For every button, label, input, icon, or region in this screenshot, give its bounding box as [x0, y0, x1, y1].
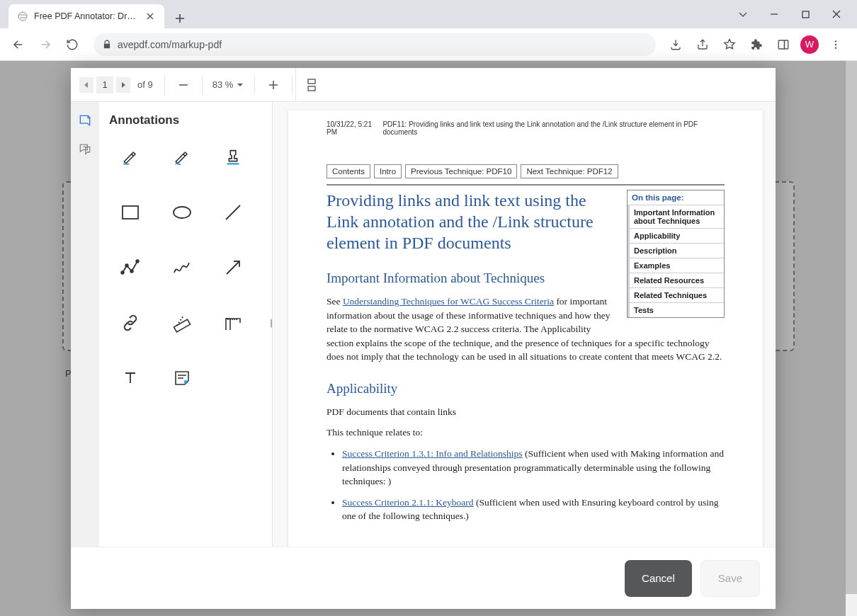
vertical-tab-rail [71, 102, 99, 547]
svg-point-10 [121, 271, 124, 274]
lock-icon [102, 40, 112, 50]
svg-rect-1 [802, 11, 809, 18]
tab-close-button[interactable] [144, 11, 156, 22]
window-controls [722, 0, 857, 28]
pdf-page: 10/31/22, 5:21 PM PDF11: Providing links… [288, 110, 763, 547]
ellipse-tool[interactable] [165, 195, 199, 229]
pdf-nav-buttons: Contents Intro Previous Technique: PDF10… [327, 164, 725, 178]
install-app-icon[interactable] [666, 35, 686, 55]
svg-point-9 [174, 207, 191, 218]
sidepanel-icon[interactable] [773, 35, 793, 55]
freehand-tool[interactable] [165, 251, 199, 285]
pdf-nav-prev: Previous Technique: PDF10 [405, 164, 517, 178]
arrow-tool[interactable] [216, 251, 250, 285]
polyline-ruler-tool[interactable] [216, 306, 250, 340]
cancel-button[interactable]: Cancel [625, 560, 692, 597]
address-bar[interactable]: avepdf.com/markup-pdf [93, 33, 656, 56]
sticky-note-tool[interactable] [165, 361, 199, 395]
svg-rect-6 [308, 79, 315, 84]
zoom-out-button[interactable] [168, 68, 199, 101]
extensions-icon[interactable] [747, 35, 766, 55]
chevron-down-icon[interactable] [735, 6, 751, 22]
svg-rect-2 [778, 40, 788, 49]
annotations-panel: Annotations ┃┃ [99, 102, 273, 547]
maximize-button[interactable] [798, 6, 813, 22]
forward-button[interactable] [34, 33, 57, 56]
stamp-tool[interactable] [216, 140, 250, 174]
pdf-relates-intro: This technique relates to: [327, 426, 725, 440]
new-tab-button[interactable] [170, 8, 190, 28]
pdf-nav-next: Next Technique: PDF12 [521, 164, 618, 178]
link-tool[interactable] [113, 306, 147, 340]
svg-rect-8 [123, 206, 138, 219]
pdf-app-para: PDF documents that contain links [327, 405, 725, 419]
svg-rect-14 [174, 319, 190, 332]
pdf-nav-intro: Intro [374, 164, 402, 178]
page-layout-button[interactable] [295, 68, 327, 101]
text-tool[interactable] [113, 361, 147, 395]
zoom-in-button[interactable] [258, 68, 289, 101]
document-viewport: 10/31/22, 5:21 PM PDF11: Providing links… [273, 102, 776, 547]
close-window-button[interactable] [829, 6, 844, 22]
pdf-h2-applicability: Applicability [327, 381, 725, 397]
zoom-dropdown[interactable]: 83 % [205, 68, 252, 101]
svg-point-5 [835, 47, 836, 48]
save-button[interactable]: Save [700, 560, 760, 597]
tab-favicon-icon [17, 11, 28, 22]
svg-point-12 [130, 270, 133, 273]
svg-point-4 [835, 43, 836, 45]
pdf-nav-contents: Contents [327, 164, 370, 178]
editor-toolbar: of 9 83 % [71, 68, 776, 102]
prev-page-button[interactable] [79, 77, 93, 93]
bookmark-star-icon[interactable] [720, 35, 739, 55]
pdf-header-title: PDF11: Providing links and link text usi… [382, 120, 725, 136]
minimize-button[interactable] [766, 6, 782, 22]
share-icon[interactable] [693, 35, 713, 55]
profile-avatar[interactable]: W [800, 35, 819, 54]
svg-point-0 [18, 12, 27, 21]
tab-title: Free PDF Annotator: Draw, Hig [34, 11, 139, 21]
browser-toolbar: avepdf.com/markup-pdf W [0, 28, 857, 61]
page-number-input[interactable] [96, 76, 113, 93]
window-scrollbar[interactable] [846, 61, 857, 616]
annotation-tab[interactable] [75, 110, 95, 130]
pdf-timestamp: 10/31/22, 5:21 PM [327, 120, 382, 136]
line-tool[interactable] [216, 195, 250, 229]
pdf-toc: On this page: Important Information abou… [627, 190, 725, 318]
page-navigator: of 9 [71, 68, 161, 101]
kebab-menu-icon[interactable] [826, 35, 846, 55]
highlighter-tool[interactable] [113, 140, 147, 174]
svg-point-3 [835, 40, 836, 42]
browser-tab[interactable]: Free PDF Annotator: Draw, Hig [8, 4, 164, 28]
document-scroll[interactable]: 10/31/22, 5:21 PM PDF11: Providing links… [273, 102, 776, 547]
url-text: avepdf.com/markup-pdf [118, 39, 222, 50]
freehand-highlight-tool[interactable] [165, 140, 199, 174]
svg-rect-7 [308, 86, 315, 91]
ruler-tool[interactable] [165, 306, 199, 340]
pdf-editor-modal: of 9 83 % Annotations [71, 68, 776, 609]
svg-point-13 [136, 260, 139, 263]
chevron-down-icon [236, 81, 244, 89]
polyline-tool[interactable] [113, 251, 147, 285]
back-button[interactable] [7, 33, 30, 56]
comments-tab[interactable] [75, 139, 95, 159]
page-of-label: of 9 [137, 79, 153, 90]
reload-button[interactable] [61, 33, 84, 56]
editor-footer: Cancel Save [71, 547, 776, 609]
pdf-sc-list: Success Criterion 1.3.1: Info and Relati… [327, 447, 725, 523]
rectangle-tool[interactable] [113, 195, 147, 229]
svg-point-11 [125, 264, 128, 267]
panel-title: Annotations [109, 113, 265, 127]
next-page-button[interactable] [116, 77, 130, 93]
